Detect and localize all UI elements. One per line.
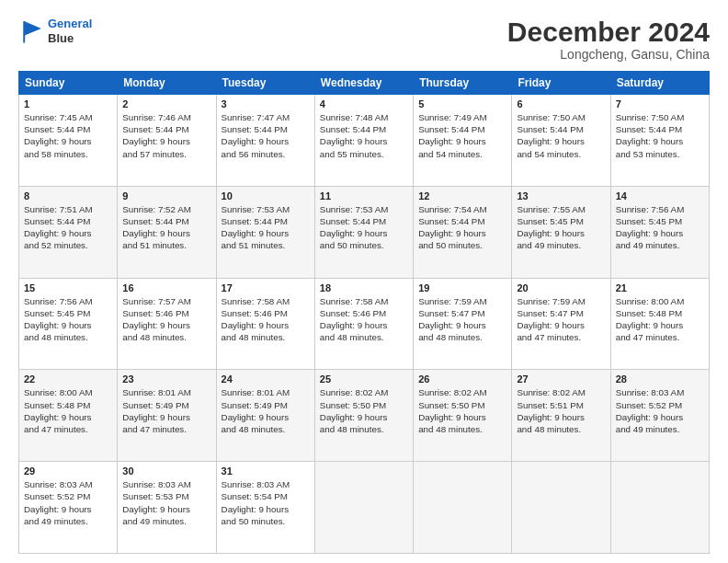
calendar-cell: 5Sunrise: 7:49 AM Sunset: 5:44 PM Daylig…: [414, 95, 512, 187]
logo-line2: Blue: [48, 31, 92, 46]
calendar-week-5: 29Sunrise: 8:03 AM Sunset: 5:52 PM Dayli…: [19, 462, 710, 554]
calendar-cell: [414, 462, 512, 554]
calendar-cell: 18Sunrise: 7:58 AM Sunset: 5:46 PM Dayli…: [314, 278, 413, 370]
day-number: 28: [616, 373, 704, 385]
logo-icon: [18, 18, 44, 44]
page: General Blue December 2024 Longcheng, Ga…: [0, 0, 728, 563]
day-number: 18: [320, 282, 408, 293]
day-number: 5: [418, 98, 506, 109]
weekday-header-tuesday: Tuesday: [216, 72, 314, 95]
day-info: Sunrise: 8:03 AM Sunset: 5:52 PM Dayligh…: [24, 478, 112, 527]
day-info: Sunrise: 7:50 AM Sunset: 5:44 PM Dayligh…: [517, 111, 605, 160]
day-number: 31: [222, 465, 310, 477]
calendar-cell: 23Sunrise: 8:01 AM Sunset: 5:49 PM Dayli…: [118, 370, 216, 462]
calendar-cell: 9Sunrise: 7:52 AM Sunset: 5:44 PM Daylig…: [118, 186, 216, 278]
header: General Blue December 2024 Longcheng, Ga…: [18, 17, 710, 62]
weekday-header-thursday: Thursday: [414, 72, 512, 95]
calendar-cell: 10Sunrise: 7:53 AM Sunset: 5:44 PM Dayli…: [216, 186, 314, 278]
calendar-header: SundayMondayTuesdayWednesdayThursdayFrid…: [19, 72, 710, 95]
calendar-cell: 26Sunrise: 8:02 AM Sunset: 5:50 PM Dayli…: [414, 370, 512, 462]
day-number: 13: [517, 190, 605, 201]
day-number: 24: [222, 373, 310, 385]
calendar-cell: 12Sunrise: 7:54 AM Sunset: 5:44 PM Dayli…: [414, 186, 512, 278]
day-number: 2: [122, 98, 210, 109]
day-number: 25: [320, 373, 408, 385]
day-number: 12: [418, 190, 506, 201]
day-info: Sunrise: 7:53 AM Sunset: 5:44 PM Dayligh…: [222, 203, 310, 252]
day-number: 27: [517, 373, 605, 385]
calendar-cell: 16Sunrise: 7:57 AM Sunset: 5:46 PM Dayli…: [118, 278, 216, 370]
day-info: Sunrise: 7:53 AM Sunset: 5:44 PM Dayligh…: [320, 203, 408, 252]
day-info: Sunrise: 7:47 AM Sunset: 5:44 PM Dayligh…: [222, 111, 310, 160]
day-number: 15: [24, 282, 112, 293]
day-info: Sunrise: 8:03 AM Sunset: 5:53 PM Dayligh…: [122, 478, 210, 527]
month-title: December 2024: [507, 17, 710, 47]
calendar-table: SundayMondayTuesdayWednesdayThursdayFrid…: [18, 71, 710, 554]
calendar-cell: 28Sunrise: 8:03 AM Sunset: 5:52 PM Dayli…: [610, 370, 709, 462]
day-number: 7: [616, 98, 704, 109]
day-number: 9: [122, 190, 210, 201]
calendar-cell: 15Sunrise: 7:56 AM Sunset: 5:45 PM Dayli…: [19, 278, 118, 370]
calendar-body: 1Sunrise: 7:45 AM Sunset: 5:44 PM Daylig…: [19, 95, 710, 554]
calendar-cell: 31Sunrise: 8:03 AM Sunset: 5:54 PM Dayli…: [216, 462, 314, 554]
day-number: 8: [24, 190, 112, 201]
weekday-header-sunday: Sunday: [19, 72, 118, 95]
day-number: 23: [122, 373, 210, 385]
calendar-cell: [512, 462, 610, 554]
day-number: 16: [122, 282, 210, 293]
day-info: Sunrise: 7:54 AM Sunset: 5:44 PM Dayligh…: [418, 203, 506, 252]
weekday-header-friday: Friday: [512, 72, 610, 95]
logo-line1: General: [48, 17, 92, 30]
logo: General Blue: [18, 17, 92, 45]
day-info: Sunrise: 7:51 AM Sunset: 5:44 PM Dayligh…: [24, 203, 112, 252]
calendar-cell: 3Sunrise: 7:47 AM Sunset: 5:44 PM Daylig…: [216, 95, 314, 187]
logo-text: General Blue: [48, 17, 92, 45]
calendar-week-3: 15Sunrise: 7:56 AM Sunset: 5:45 PM Dayli…: [19, 278, 710, 370]
calendar-cell: [314, 462, 413, 554]
calendar-cell: 21Sunrise: 8:00 AM Sunset: 5:48 PM Dayli…: [610, 278, 709, 370]
calendar-week-4: 22Sunrise: 8:00 AM Sunset: 5:48 PM Dayli…: [19, 370, 710, 462]
day-info: Sunrise: 7:46 AM Sunset: 5:44 PM Dayligh…: [122, 111, 210, 160]
day-info: Sunrise: 7:45 AM Sunset: 5:44 PM Dayligh…: [24, 111, 112, 160]
day-number: 20: [517, 282, 605, 293]
calendar-cell: 6Sunrise: 7:50 AM Sunset: 5:44 PM Daylig…: [512, 95, 610, 187]
day-info: Sunrise: 7:58 AM Sunset: 5:46 PM Dayligh…: [222, 295, 310, 344]
day-number: 6: [517, 98, 605, 109]
day-info: Sunrise: 8:02 AM Sunset: 5:50 PM Dayligh…: [320, 386, 408, 435]
day-info: Sunrise: 7:58 AM Sunset: 5:46 PM Dayligh…: [320, 295, 408, 344]
calendar-cell: 19Sunrise: 7:59 AM Sunset: 5:47 PM Dayli…: [414, 278, 512, 370]
calendar-cell: 30Sunrise: 8:03 AM Sunset: 5:53 PM Dayli…: [118, 462, 216, 554]
day-info: Sunrise: 8:02 AM Sunset: 5:50 PM Dayligh…: [418, 386, 506, 435]
calendar-cell: [610, 462, 709, 554]
day-number: 1: [24, 98, 112, 109]
day-number: 14: [616, 190, 704, 201]
location: Longcheng, Gansu, China: [507, 47, 710, 62]
day-info: Sunrise: 8:03 AM Sunset: 5:54 PM Dayligh…: [222, 478, 310, 527]
day-info: Sunrise: 8:03 AM Sunset: 5:52 PM Dayligh…: [616, 386, 704, 435]
day-info: Sunrise: 7:59 AM Sunset: 5:47 PM Dayligh…: [418, 295, 506, 344]
weekday-header-row: SundayMondayTuesdayWednesdayThursdayFrid…: [19, 72, 710, 95]
calendar-cell: 22Sunrise: 8:00 AM Sunset: 5:48 PM Dayli…: [19, 370, 118, 462]
day-info: Sunrise: 7:50 AM Sunset: 5:44 PM Dayligh…: [616, 111, 704, 160]
day-info: Sunrise: 7:48 AM Sunset: 5:44 PM Dayligh…: [320, 111, 408, 160]
day-info: Sunrise: 8:02 AM Sunset: 5:51 PM Dayligh…: [517, 386, 605, 435]
weekday-header-wednesday: Wednesday: [314, 72, 413, 95]
day-info: Sunrise: 8:00 AM Sunset: 5:48 PM Dayligh…: [24, 386, 112, 435]
day-number: 4: [320, 98, 408, 109]
calendar-cell: 11Sunrise: 7:53 AM Sunset: 5:44 PM Dayli…: [314, 186, 413, 278]
day-info: Sunrise: 7:57 AM Sunset: 5:46 PM Dayligh…: [122, 295, 210, 344]
day-info: Sunrise: 7:49 AM Sunset: 5:44 PM Dayligh…: [418, 111, 506, 160]
calendar-week-1: 1Sunrise: 7:45 AM Sunset: 5:44 PM Daylig…: [19, 95, 710, 187]
calendar-cell: 14Sunrise: 7:56 AM Sunset: 5:45 PM Dayli…: [610, 186, 709, 278]
day-info: Sunrise: 7:59 AM Sunset: 5:47 PM Dayligh…: [517, 295, 605, 344]
day-info: Sunrise: 8:01 AM Sunset: 5:49 PM Dayligh…: [222, 386, 310, 435]
day-number: 22: [24, 373, 112, 385]
weekday-header-saturday: Saturday: [610, 72, 709, 95]
calendar-cell: 1Sunrise: 7:45 AM Sunset: 5:44 PM Daylig…: [19, 95, 118, 187]
title-block: December 2024 Longcheng, Gansu, China: [507, 17, 710, 62]
calendar-cell: 2Sunrise: 7:46 AM Sunset: 5:44 PM Daylig…: [118, 95, 216, 187]
calendar-cell: 7Sunrise: 7:50 AM Sunset: 5:44 PM Daylig…: [610, 95, 709, 187]
calendar-cell: 13Sunrise: 7:55 AM Sunset: 5:45 PM Dayli…: [512, 186, 610, 278]
day-number: 3: [222, 98, 310, 109]
day-info: Sunrise: 7:56 AM Sunset: 5:45 PM Dayligh…: [24, 295, 112, 344]
